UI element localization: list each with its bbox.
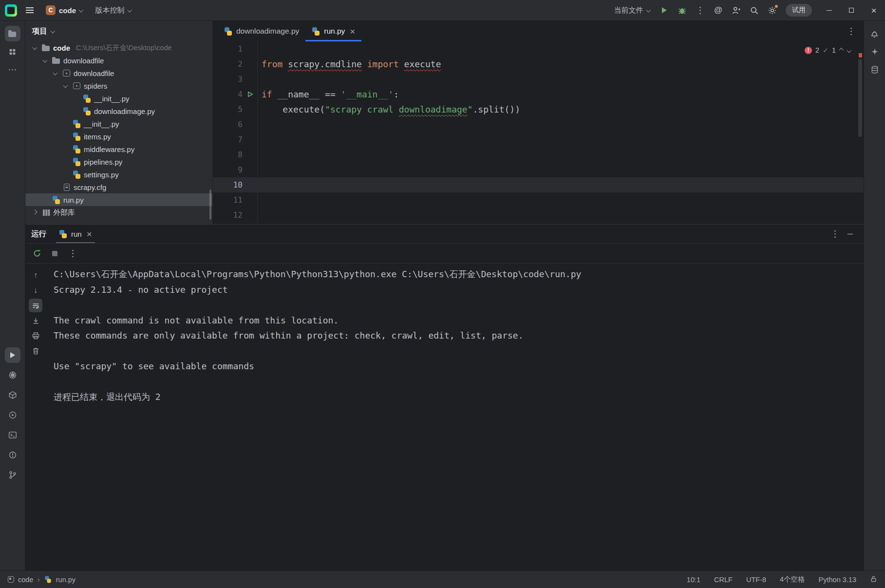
debug-button[interactable] xyxy=(675,3,690,18)
close-button[interactable] xyxy=(863,0,885,20)
tab-downloadimage-py[interactable]: downloadimage.py xyxy=(218,21,305,41)
project-scrollbar[interactable] xyxy=(209,190,211,220)
python-packages-button[interactable] xyxy=(5,387,20,403)
stop-button[interactable] xyxy=(47,246,62,261)
next-problem-button[interactable] xyxy=(847,48,851,52)
tree-item-pipelines.py[interactable]: pipelines.py xyxy=(25,155,212,168)
code-line-2[interactable]: 2from scrapy.cmdline import execute xyxy=(213,57,864,72)
status-bar: code run.py 10:1 CRLF UTF-8 4个空格 Python … xyxy=(0,570,885,588)
problems-button[interactable] xyxy=(5,447,20,463)
tree-item-code[interactable]: codeC:\Users\石开金\Desktop\code xyxy=(25,41,212,54)
tree-item-__init__.py[interactable]: __init__.py xyxy=(25,92,212,105)
search-everywhere-button[interactable] xyxy=(747,3,762,18)
main-menu-button[interactable] xyxy=(22,3,37,18)
tree-item-downloadimage.py[interactable]: downloadimage.py xyxy=(25,105,212,117)
console-line xyxy=(54,374,856,390)
code-line-1[interactable]: 1 xyxy=(213,41,864,57)
console-output[interactable]: C:\Users\石开金\AppData\Local\Programs\Pyth… xyxy=(46,264,864,570)
tree-item-__init__.py[interactable]: __init__.py xyxy=(25,117,212,130)
code-line-3[interactable]: 3 xyxy=(213,72,864,87)
inspection-widget[interactable]: 2 1 xyxy=(805,46,851,54)
commit-tool-button[interactable] xyxy=(5,44,20,59)
close-tab-icon[interactable] xyxy=(350,27,355,36)
print-button[interactable] xyxy=(29,329,42,342)
readonly-toggle[interactable] xyxy=(870,575,877,584)
more-tool-windows-button[interactable] xyxy=(5,62,20,77)
prev-problem-button[interactable] xyxy=(839,48,844,52)
ai-assistant-tool-button[interactable] xyxy=(867,44,883,59)
more-actions-button[interactable] xyxy=(693,3,708,18)
editor[interactable]: 12from scrapy.cmdline import execute34if… xyxy=(213,41,864,224)
chevron-down-icon[interactable] xyxy=(30,47,39,49)
caret-position[interactable]: 10:1 xyxy=(687,576,700,584)
run-button[interactable] xyxy=(657,3,672,18)
chevron-right-icon[interactable] xyxy=(30,211,39,214)
tree-item-run.py[interactable]: run.py xyxy=(25,193,212,206)
tree-item-label: downloadimage.py xyxy=(94,107,155,115)
breadcrumb-file[interactable]: run.py xyxy=(56,576,75,584)
code-with-me-button[interactable] xyxy=(729,3,744,18)
code-line-4[interactable]: 4if __name__ == '__main__': xyxy=(213,87,864,102)
tree-item-spiders[interactable]: spiders xyxy=(25,79,212,92)
tab-run-py[interactable]: run.py xyxy=(305,21,361,41)
project-tool-button[interactable] xyxy=(5,26,20,41)
scroll-to-end-button[interactable] xyxy=(29,314,42,327)
tree-item-settings.py[interactable]: settings.py xyxy=(25,168,212,181)
editor-scrollbar[interactable] xyxy=(857,41,864,224)
code-line-8[interactable]: 8 xyxy=(213,147,864,162)
tree-item-items.py[interactable]: items.py xyxy=(25,130,212,143)
interpreter-selector[interactable]: Python 3.13 xyxy=(819,576,856,584)
python-console-button[interactable] xyxy=(5,367,20,383)
run-config-selector[interactable]: 当前文件 xyxy=(610,3,654,18)
run-line-icon[interactable] xyxy=(243,91,257,97)
hide-run-panel-button[interactable] xyxy=(843,227,858,242)
minimize-button[interactable] xyxy=(818,0,840,20)
code-line-12[interactable]: 12 xyxy=(213,208,864,223)
tree-item-downloadfile[interactable]: downloadfile xyxy=(25,54,212,67)
ai-assistant-button[interactable] xyxy=(711,3,726,18)
code-line-10[interactable]: 10 xyxy=(213,177,864,192)
version-control-button[interactable] xyxy=(5,467,20,483)
next-occurrence-button[interactable] xyxy=(29,284,42,297)
tree-item--[interactable]: 外部库 xyxy=(25,206,212,219)
notifications-button[interactable] xyxy=(867,26,883,41)
gutter: 6 xyxy=(213,117,258,132)
soft-wrap-button[interactable] xyxy=(29,299,42,312)
chevron-down-icon[interactable] xyxy=(51,72,59,75)
lock-icon xyxy=(870,575,877,583)
error-stripe-mark[interactable] xyxy=(859,53,862,57)
run-tab[interactable]: run xyxy=(54,225,97,243)
code-line-5[interactable]: 5 execute("scrapy crawl downloadimage".s… xyxy=(213,102,864,117)
tree-item-scrapy.cfg[interactable]: scrapy.cfg xyxy=(25,181,212,193)
tree-item-downloadfile[interactable]: downloadfile xyxy=(25,67,212,79)
indent-setting[interactable]: 4个空格 xyxy=(780,575,805,584)
clear-console-button[interactable] xyxy=(29,344,42,358)
run-toolbar-more-button[interactable] xyxy=(65,246,80,261)
breadcrumb-project[interactable]: code xyxy=(18,576,33,584)
vcs-selector[interactable]: 版本控制 xyxy=(92,3,135,18)
settings-button[interactable] xyxy=(765,3,780,18)
code-line-6[interactable]: 6 xyxy=(213,117,864,132)
prev-occurrence-button[interactable] xyxy=(29,268,42,282)
terminal-button[interactable] xyxy=(5,427,20,443)
tree-item-middlewares.py[interactable]: middlewares.py xyxy=(25,143,212,155)
editor-options-button[interactable] xyxy=(844,24,859,39)
rerun-button[interactable] xyxy=(29,246,44,261)
services-button[interactable] xyxy=(5,407,20,423)
chevron-down-icon[interactable] xyxy=(40,59,49,62)
chevron-down-icon[interactable] xyxy=(61,85,70,87)
line-separator[interactable]: CRLF xyxy=(714,576,733,584)
run-tool-button[interactable] xyxy=(5,347,20,363)
project-panel-header[interactable]: 项目 xyxy=(25,21,212,41)
project-selector[interactable]: C code xyxy=(42,3,87,18)
database-button[interactable] xyxy=(867,62,883,77)
scrollbar-thumb[interactable] xyxy=(858,59,862,137)
code-line-9[interactable]: 9 xyxy=(213,162,864,177)
file-encoding[interactable]: UTF-8 xyxy=(746,576,766,584)
code-line-11[interactable]: 11 xyxy=(213,192,864,208)
close-run-tab-icon[interactable] xyxy=(87,229,92,239)
trial-badge[interactable]: 试用 xyxy=(786,4,812,17)
code-line-7[interactable]: 7 xyxy=(213,132,864,147)
run-panel-options-button[interactable] xyxy=(828,227,843,242)
maximize-button[interactable] xyxy=(840,0,863,20)
